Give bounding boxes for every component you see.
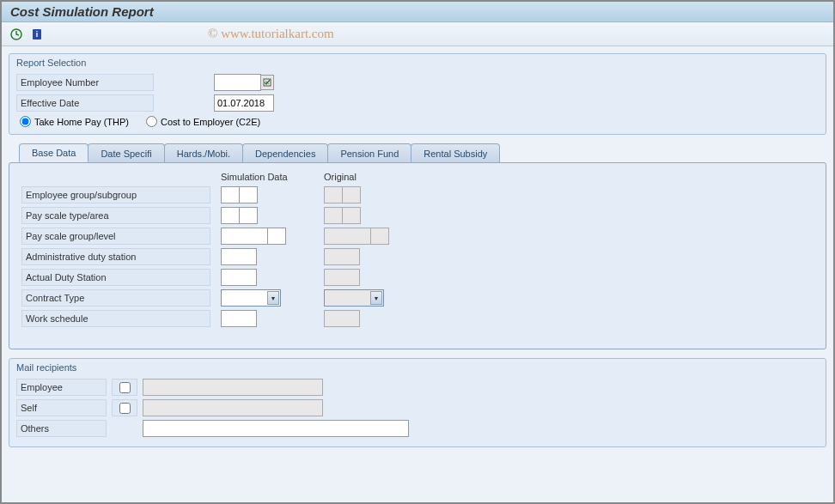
payscale-type-sim1[interactable]: [221, 207, 240, 224]
emp-group-sim1[interactable]: [221, 186, 240, 203]
radio-c2e-label: Cost to Employer (C2E): [161, 117, 260, 127]
mail-employee-checkbox[interactable]: [119, 382, 131, 393]
emp-group-label: Employee group/subgroup: [21, 186, 210, 203]
mail-employee-input: [143, 379, 323, 396]
mail-others-label: Others: [16, 420, 107, 437]
actual-duty-orig: [324, 269, 360, 286]
mail-recipients-group: Mail recipients Employee Self Others: [9, 358, 826, 447]
work-schedule-label: Work schedule: [21, 310, 210, 327]
col-simulation: Simulation Data: [221, 172, 294, 182]
work-schedule-sim[interactable]: [221, 310, 257, 327]
admin-duty-sim[interactable]: [221, 248, 257, 265]
radio-c2e-input[interactable]: [146, 116, 157, 127]
watermark: © www.tutorialkart.com: [208, 27, 334, 41]
payscale-group-orig1: [324, 228, 371, 245]
tab-strip: Base Data Date Specifi Hards./Mobi. Depe…: [19, 143, 826, 162]
tab-base-data[interactable]: Base Data: [19, 143, 88, 162]
mail-self-label: Self: [16, 399, 107, 416]
radio-thp[interactable]: Take Home Pay (THP): [20, 116, 129, 127]
effective-date-input[interactable]: [214, 94, 274, 112]
tab-date-specifi[interactable]: Date Specifi: [88, 143, 164, 162]
work-schedule-orig: [324, 310, 360, 327]
radio-thp-label: Take Home Pay (THP): [34, 117, 129, 127]
actual-duty-label: Actual Duty Station: [21, 269, 210, 286]
employee-number-label: Employee Number: [16, 74, 154, 91]
contract-type-sim[interactable]: ▼: [221, 289, 281, 307]
mail-self-input: [143, 399, 323, 416]
effective-date-label: Effective Date: [16, 94, 154, 112]
payscale-type-sim2[interactable]: [239, 207, 258, 224]
tab-body: Simulation Data Original Employee group/…: [9, 162, 826, 349]
radio-thp-input[interactable]: [20, 116, 31, 127]
emp-group-orig2: [342, 186, 361, 203]
info-icon[interactable]: i: [29, 27, 45, 42]
pay-scale-group-label: Pay scale group/level: [21, 228, 210, 245]
employee-number-input[interactable]: [214, 74, 261, 91]
payscale-type-orig1: [324, 207, 343, 224]
dropdown-icon: ▼: [370, 291, 382, 305]
report-selection-group: Report Selection Employee Number Effecti…: [9, 53, 826, 135]
svg-text:i: i: [36, 30, 39, 39]
payscale-group-orig2: [370, 228, 389, 245]
actual-duty-sim[interactable]: [221, 269, 257, 286]
toolbar: i © www.tutorialkart.com: [2, 22, 833, 46]
payscale-group-sim2[interactable]: [267, 228, 286, 245]
col-original: Original: [324, 172, 397, 182]
mail-recipients-title: Mail recipients: [16, 362, 819, 373]
tab-dependencies[interactable]: Dependencies: [242, 143, 328, 162]
admin-duty-orig: [324, 248, 360, 265]
admin-duty-label: Administrative duty station: [21, 248, 210, 265]
report-selection-title: Report Selection: [16, 58, 819, 68]
window-title: Cost Simulation Report: [2, 2, 833, 22]
emp-group-orig1: [324, 186, 343, 203]
content-area: Report Selection Employee Number Effecti…: [2, 46, 833, 502]
radio-c2e[interactable]: Cost to Employer (C2E): [146, 116, 260, 127]
mail-others-input[interactable]: [143, 420, 409, 437]
tab-rental-subsidy[interactable]: Rental Subsidy: [411, 143, 500, 162]
mail-employee-label: Employee: [16, 379, 107, 396]
execute-icon[interactable]: [9, 27, 24, 42]
dropdown-icon[interactable]: ▼: [267, 291, 279, 305]
tab-pension-fund[interactable]: Pension Fund: [327, 143, 411, 162]
tab-hards-mobi[interactable]: Hards./Mobi.: [164, 143, 243, 162]
tab-container: Base Data Date Specifi Hards./Mobi. Depe…: [9, 143, 826, 349]
contract-type-orig: ▼: [324, 289, 384, 307]
emp-group-sim2[interactable]: [239, 186, 258, 203]
search-help-icon[interactable]: [260, 75, 274, 90]
payscale-group-sim1[interactable]: [221, 228, 268, 245]
pay-scale-type-label: Pay scale type/area: [21, 207, 210, 224]
payscale-type-orig2: [342, 207, 361, 224]
contract-type-label: Contract Type: [21, 289, 210, 307]
mail-self-checkbox[interactable]: [119, 403, 131, 414]
